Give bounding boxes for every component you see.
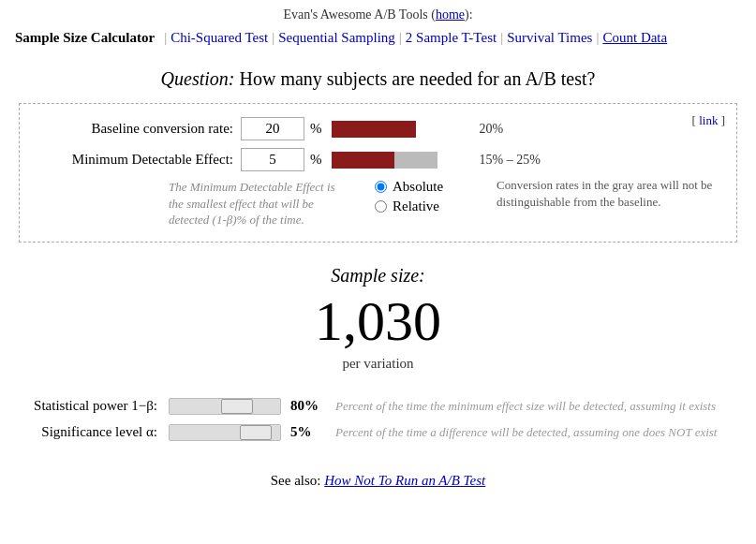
power-slider-track[interactable] <box>169 398 281 415</box>
mde-input[interactable] <box>241 148 304 171</box>
panel-link[interactable]: link <box>699 113 718 127</box>
baseline-bar-area: 20% <box>332 121 504 138</box>
sample-number: 1,030 <box>0 290 756 352</box>
power-desc: Percent of the time the minimum effect s… <box>335 399 716 414</box>
baseline-pct: % <box>310 121 322 137</box>
sample-size-section: Sample size: 1,030 per variation <box>0 243 756 381</box>
nav-sep-3: | <box>399 30 402 46</box>
main-question: Question: How many subjects are needed f… <box>0 51 756 103</box>
baseline-row: Baseline conversion rate: % 20% <box>35 117 721 140</box>
significance-label: Significance level α: <box>19 424 169 440</box>
baseline-bar <box>332 121 416 138</box>
stats-section: Statistical power 1−β: 80% Percent of th… <box>0 381 756 460</box>
radio-content: The Minimum Detectable Effect is the sma… <box>169 179 721 228</box>
radio-relative[interactable] <box>375 200 387 213</box>
top-bar: Evan's Awesome A/B Tools (home): <box>0 0 756 26</box>
significance-row: Significance level α: 5% Percent of the … <box>19 424 737 441</box>
question-text: How many subjects are needed for an A/B … <box>235 68 596 89</box>
baseline-label: Baseline conversion rate: <box>35 121 241 137</box>
nav-sep-2: | <box>272 30 274 46</box>
radio-desc-row: The Minimum Detectable Effect is the sma… <box>35 179 721 228</box>
radio-absolute-label: Absolute <box>393 179 443 195</box>
mde-bar-stacked <box>332 152 472 169</box>
mde-bar-dark <box>332 152 394 169</box>
nav-sep-5: | <box>596 30 599 46</box>
significance-desc: Percent of the time a difference will be… <box>335 425 717 440</box>
power-slider-thumb[interactable] <box>221 399 253 414</box>
mde-bar-gray <box>394 152 437 169</box>
top-text: Evan's Awesome A/B Tools ( <box>283 7 436 22</box>
significance-slider-thumb[interactable] <box>240 425 272 440</box>
home-link[interactable]: home <box>436 7 465 22</box>
power-row: Statistical power 1−β: 80% Percent of th… <box>19 398 737 415</box>
input-panel: [ link ] Baseline conversion rate: % 20%… <box>19 103 737 243</box>
mde-bar-container <box>332 152 472 169</box>
see-also-link[interactable]: How Not To Run an A/B Test <box>324 473 485 488</box>
nav-chi-squared[interactable]: Chi-Squared Test <box>170 30 268 46</box>
top-text-end: ): <box>465 7 473 22</box>
power-label: Statistical power 1−β: <box>19 398 169 414</box>
nav-2sample[interactable]: 2 Sample T-Test <box>406 30 497 46</box>
mde-label: Minimum Detectable Effect: <box>35 152 241 168</box>
mde-row: Minimum Detectable Effect: % 15% – 25% <box>35 148 721 171</box>
mde-bar-label: 15% – 25% <box>480 153 541 168</box>
link-box: [ link ] <box>692 113 725 128</box>
power-value: 80% <box>290 398 324 414</box>
radio-relative-label: Relative <box>393 198 439 214</box>
question-prefix: Question: <box>161 68 235 89</box>
mde-bar-area: 15% – 25% <box>332 152 541 169</box>
radio-relative-option[interactable]: Relative <box>375 198 459 214</box>
nav-sequential[interactable]: Sequential Sampling <box>278 30 395 46</box>
conversion-note: Conversion rates in the gray area will n… <box>497 177 721 211</box>
nav-sep-4: | <box>500 30 503 46</box>
radio-note: The Minimum Detectable Effect is the sma… <box>169 179 356 228</box>
see-also-prefix: See also: <box>271 473 325 488</box>
radio-absolute-option[interactable]: Absolute <box>375 179 459 195</box>
link-bracket-close: ] <box>718 113 725 127</box>
mde-pct: % <box>310 152 322 168</box>
nav-sep-1: | <box>164 30 167 46</box>
sample-label: Sample size: <box>0 265 756 287</box>
baseline-bar-label: 20% <box>480 122 504 137</box>
nav-bar: Sample Size Calculator | Chi-Squared Tes… <box>0 26 756 51</box>
nav-count-data[interactable]: Count Data <box>602 30 667 46</box>
sample-label-text: Sample size: <box>331 265 425 286</box>
significance-value: 5% <box>290 424 324 440</box>
significance-slider-track[interactable] <box>169 424 281 441</box>
baseline-input[interactable] <box>241 117 304 140</box>
baseline-bar-container <box>332 121 472 138</box>
radio-options-col: Absolute Relative <box>375 179 459 214</box>
per-variation: per variation <box>0 356 756 372</box>
radio-absolute[interactable] <box>375 181 387 193</box>
see-also: See also: How Not To Run an A/B Test <box>0 460 756 498</box>
nav-survival[interactable]: Survival Times <box>507 30 592 46</box>
nav-title: Sample Size Calculator <box>15 30 155 46</box>
